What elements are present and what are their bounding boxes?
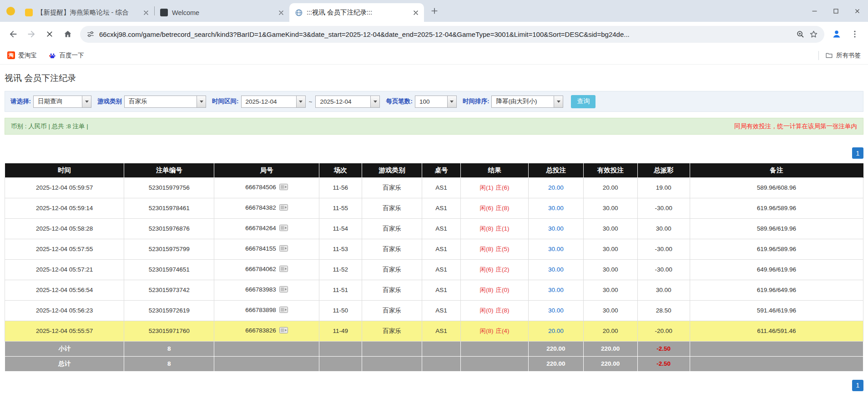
table-no-cell: AS1 — [422, 259, 461, 280]
table-footer: 小计 8 220.00 220.00 -2.50 总计 8 — [5, 341, 863, 371]
empty-cell — [460, 356, 528, 371]
menu-icon[interactable] — [846, 25, 863, 43]
time-cell: 2025-12-04 05:56:23 — [5, 300, 124, 321]
empty-cell — [690, 356, 863, 371]
welcome-favicon-icon — [160, 9, 168, 16]
close-tab-icon[interactable] — [412, 9, 419, 16]
empty-cell — [362, 341, 422, 356]
game-type-cell: 百家乐 — [362, 280, 422, 300]
bookmarks-bar: 淘 爱淘宝 百度一下 所有书签 — [0, 46, 868, 65]
profile-badge-icon[interactable] — [6, 7, 15, 15]
filter-bar: 请选择: 日期查询 游戏类别 百家乐 时间区间: 2025-12-04 — [5, 91, 863, 112]
replay-video-icon[interactable] — [279, 204, 288, 212]
close-tab-icon[interactable] — [277, 9, 285, 16]
payout-cell: -30.00 — [637, 239, 690, 259]
page-size-input[interactable]: 100 — [415, 96, 457, 108]
result-player: 闲(6) — [479, 266, 493, 273]
bet-id-cell: 523015972619 — [124, 300, 214, 321]
bookmarks-bar-right: 所有书签 — [818, 51, 861, 60]
replay-video-icon[interactable] — [279, 225, 288, 232]
round-number: 666783983 — [245, 286, 276, 293]
zoom-icon[interactable] — [796, 30, 805, 39]
col-header-payout: 总派彩 — [637, 163, 690, 177]
address-bar[interactable]: 66cxkj98.com/game/betrecord_search/kind3… — [80, 26, 824, 43]
replay-video-icon[interactable] — [279, 307, 288, 314]
site-info-icon[interactable] — [86, 30, 95, 38]
note-cell: 589.96/608.96 — [690, 177, 863, 198]
forward-button[interactable] — [23, 25, 40, 43]
bookmark-baidu[interactable]: 百度一下 — [49, 51, 84, 60]
total-bet-link[interactable]: 30.00 — [548, 205, 564, 212]
replay-video-icon[interactable] — [279, 245, 288, 253]
query-type-select[interactable]: 日期查询 — [33, 96, 91, 108]
total-bet-link[interactable]: 20.00 — [548, 327, 564, 334]
maximize-button[interactable] — [825, 0, 847, 22]
replay-video-icon[interactable] — [279, 286, 288, 294]
result-banker: 庄(4) — [495, 327, 509, 334]
note-cell: 619.96/589.96 — [690, 198, 863, 218]
total-bet-link[interactable]: 30.00 — [548, 246, 564, 252]
tab-forum[interactable]: 【新提醒】海燕策略论坛 - 综合 — [20, 3, 154, 22]
result-player: 闲(8) — [479, 287, 493, 293]
total-bet-link[interactable]: 30.00 — [548, 266, 564, 273]
col-header-total-bet: 总投注 — [529, 163, 584, 177]
close-window-button[interactable] — [847, 0, 868, 22]
sort-order-select[interactable]: 降幂(由大到小) — [491, 96, 563, 108]
round-number: 666784264 — [245, 225, 276, 232]
round-number: 666783898 — [245, 307, 276, 313]
all-bookmarks-button[interactable]: 所有书签 — [825, 51, 861, 60]
result-player: 闲(6) — [479, 205, 493, 212]
result-banker: 庄(0) — [495, 287, 509, 293]
chevron-down-icon[interactable] — [296, 96, 305, 107]
table-no-cell: AS1 — [422, 321, 461, 341]
replay-video-icon[interactable] — [279, 184, 288, 191]
chevron-down-icon[interactable] — [370, 96, 379, 107]
game-type-select[interactable]: 百家乐 — [124, 96, 206, 108]
tab-betrecord[interactable]: :::视讯 会员下注纪录::: — [289, 3, 424, 22]
chevron-down-icon[interactable] — [82, 96, 91, 107]
close-tab-icon[interactable] — [142, 9, 150, 16]
result-cell: 闲(6)庄(8) — [460, 198, 528, 218]
date-separator: ~ — [309, 98, 313, 105]
game-type-cell: 百家乐 — [362, 239, 422, 259]
subtotal-total-bet-cell: 220.00 — [529, 341, 584, 356]
chevron-down-icon[interactable] — [554, 96, 563, 107]
page-content: 视讯 会员下注纪录 请选择: 日期查询 游戏类别 百家乐 时间区间: 202 — [0, 72, 868, 391]
result-cell: 闲(0)庄(8) — [460, 300, 528, 321]
bookmark-aitaobao[interactable]: 淘 爱淘宝 — [7, 51, 37, 60]
url-text[interactable]: 66cxkj98.com/game/betrecord_search/kind3… — [99, 30, 792, 38]
round-number: 666784062 — [245, 266, 276, 272]
bet-id-cell: 523015971760 — [124, 321, 214, 341]
profile-button[interactable] — [828, 25, 845, 43]
replay-video-icon[interactable] — [279, 327, 288, 335]
page-button-1[interactable]: 1 — [852, 380, 863, 391]
total-bet-link[interactable]: 30.00 — [548, 307, 564, 314]
bookmark-star-icon[interactable] — [809, 30, 818, 39]
total-bet-cell: 30.00 — [529, 280, 584, 300]
home-button[interactable] — [59, 25, 76, 43]
chevron-down-icon[interactable] — [197, 96, 206, 107]
page-button-1[interactable]: 1 — [852, 147, 863, 159]
game-type-cell: 百家乐 — [362, 300, 422, 321]
chevron-down-icon[interactable] — [447, 96, 456, 107]
result-cell: 闲(8)庄(0) — [460, 280, 528, 300]
replay-video-icon[interactable] — [279, 266, 288, 273]
back-button[interactable] — [5, 25, 22, 43]
tab-welcome[interactable]: Welcome — [155, 3, 289, 22]
table-row: 2025-12-04 05:59:14 523015978461 6667843… — [5, 198, 863, 218]
stop-loading-icon[interactable] — [41, 25, 58, 43]
table-row: 2025-12-04 05:57:21 523015974651 6667840… — [5, 259, 863, 280]
total-bet-link[interactable]: 30.00 — [548, 287, 564, 293]
bet-id-cell: 523015975799 — [124, 239, 214, 259]
new-tab-button[interactable] — [428, 4, 441, 18]
date-end-input[interactable]: 2025-12-04 — [315, 96, 380, 108]
search-button[interactable]: 查询 — [571, 95, 595, 108]
date-start-input[interactable]: 2025-12-04 — [241, 96, 306, 108]
table-no-cell: AS1 — [422, 280, 461, 300]
total-bet-link[interactable]: 20.00 — [548, 184, 564, 191]
result-player: 闲(1) — [479, 184, 493, 191]
total-bet-link[interactable]: 30.00 — [548, 225, 564, 232]
minimize-button[interactable] — [804, 0, 825, 22]
query-type-label: 请选择: — [10, 97, 31, 106]
empty-cell — [690, 341, 863, 356]
